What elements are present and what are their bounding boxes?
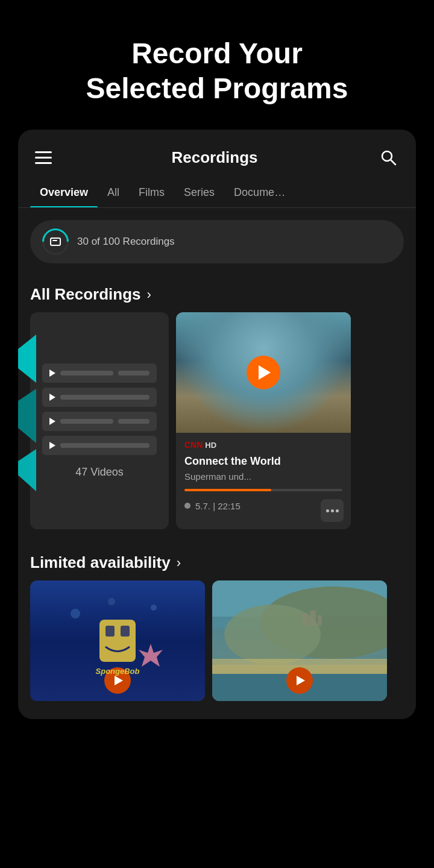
svg-rect-19: [303, 614, 307, 626]
progress-fill: [184, 489, 271, 491]
all-recordings-chevron: ›: [146, 287, 151, 303]
recordings-scroll[interactable]: 47 Videos CNN HD Co: [18, 312, 416, 541]
hd-badge: HD: [205, 441, 216, 450]
limited-card-spongebob[interactable]: SpongeBob: [30, 580, 205, 701]
hero-title: Record Your Selected Programs: [24, 36, 410, 105]
all-recordings-section: All Recordings ›: [18, 273, 416, 541]
app-title: Recordings: [171, 148, 257, 167]
video-date: 5.7. | 22:15: [195, 501, 241, 511]
list-line: [60, 371, 113, 376]
play-icon: [49, 442, 55, 449]
app-card: Recordings Overview All Films Series: [18, 130, 416, 719]
limited-availability-section: Limited availability ›: [18, 541, 416, 719]
all-recordings-header[interactable]: All Recordings ›: [18, 273, 416, 312]
play-icon: [49, 418, 55, 425]
svg-marker-1: [18, 389, 36, 443]
progress-bar: [184, 489, 342, 491]
channel-name: CNN: [184, 440, 203, 450]
spongebob-visual: SpongeBob: [30, 580, 205, 701]
svg-rect-20: [310, 611, 316, 626]
play-button[interactable]: [247, 356, 280, 389]
recording-video-card[interactable]: CNN HD Connect the World Superman und...…: [176, 312, 351, 529]
svg-marker-11: [139, 644, 163, 667]
list-line: [60, 419, 113, 424]
list-line-short: [118, 371, 150, 376]
limited-scroll[interactable]: SpongeBob: [18, 580, 416, 707]
search-button[interactable]: [377, 146, 399, 168]
video-title: Connect the World: [184, 454, 342, 468]
svg-point-6: [151, 605, 157, 611]
tab-films[interactable]: Films: [129, 178, 174, 207]
all-recordings-title: All Recordings: [30, 285, 140, 304]
video-thumbnail: [176, 312, 351, 433]
dot: [326, 509, 329, 512]
video-meta: 5.7. | 22:15: [184, 501, 342, 511]
channel-badge: CNN HD: [184, 440, 342, 450]
storage-indicator: 30 of 100 Recordings: [30, 220, 404, 263]
list-item: [42, 363, 157, 383]
dot: [331, 509, 334, 512]
svg-point-7: [108, 598, 115, 605]
tab-documentaries[interactable]: Docume…: [224, 178, 295, 207]
list-line: [60, 395, 149, 400]
menu-button[interactable]: [35, 151, 52, 164]
play-triangle-icon: [297, 676, 305, 685]
dot: [336, 509, 339, 512]
limited-chevron: ›: [177, 555, 181, 571]
tab-overview[interactable]: Overview: [30, 178, 98, 207]
teal-decoration: [18, 335, 36, 494]
play-triangle-icon: [259, 365, 271, 380]
tab-series[interactable]: Series: [174, 178, 224, 207]
list-item: [42, 436, 157, 455]
play-icon: [49, 370, 55, 377]
svg-rect-10: [121, 626, 130, 637]
limited-card-aerial[interactable]: [212, 580, 387, 701]
svg-rect-8: [99, 620, 136, 662]
list-line: [60, 443, 149, 448]
svg-line-4: [391, 160, 395, 165]
video-subtitle: Superman und...: [184, 471, 342, 482]
svg-text:SpongeBob: SpongeBob: [96, 667, 140, 676]
storage-text: 30 of 100 Recordings: [77, 236, 175, 248]
svg-point-5: [71, 609, 80, 618]
tabs-nav: Overview All Films Series Docume…: [18, 178, 416, 208]
hero-section: Record Your Selected Programs: [0, 0, 434, 130]
videos-count: 47 Videos: [75, 466, 124, 479]
storage-icon: [42, 228, 69, 255]
svg-marker-0: [18, 335, 36, 383]
recording-list-card[interactable]: 47 Videos: [30, 312, 169, 529]
list-item: [42, 412, 157, 431]
svg-rect-9: [105, 626, 115, 637]
more-options-button[interactable]: [321, 499, 344, 522]
tab-all[interactable]: All: [98, 178, 129, 207]
svg-rect-21: [318, 615, 322, 626]
status-dot: [184, 503, 190, 509]
list-line-short: [118, 419, 150, 424]
app-header: Recordings: [18, 130, 416, 178]
limited-availability-header[interactable]: Limited availability ›: [18, 541, 416, 580]
list-item: [42, 388, 157, 407]
play-icon: [49, 394, 55, 401]
limited-availability-title: Limited availability: [30, 553, 171, 572]
limited-play-button-aerial[interactable]: [286, 667, 313, 694]
svg-marker-2: [18, 449, 36, 491]
